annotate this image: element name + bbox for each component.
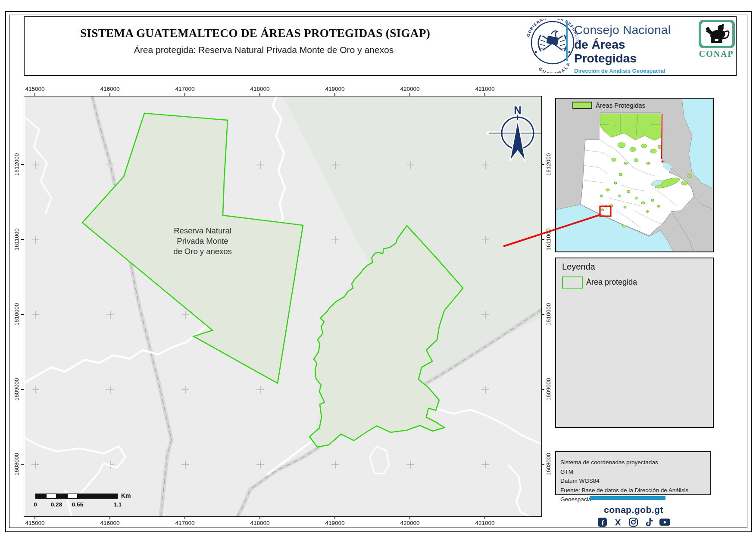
x-axis-tick (409, 93, 410, 96)
tiktok-icon[interactable] (644, 517, 654, 528)
facebook-icon[interactable]: f (597, 517, 608, 528)
x-axis-label-bottom: 417000 (175, 520, 194, 526)
x-axis-label-bottom: 419000 (325, 520, 344, 526)
y-axis-label-right: 1609000 (545, 378, 552, 401)
y-axis-tick (541, 239, 544, 240)
y-axis-tick (541, 464, 544, 465)
svg-text:f: f (601, 519, 604, 527)
conap-logo-text: CONAP (696, 49, 737, 59)
y-axis-label-left: 1608000 (13, 453, 20, 476)
info-line-3: Datum WGS84 (560, 476, 710, 486)
footer-accent-bar (590, 496, 665, 500)
y-axis-tick (541, 389, 544, 390)
info-line-1: Sistema de coordenadas proyectadas (560, 458, 710, 467)
y-axis-tick (21, 164, 24, 165)
y-axis-label-left: 1610000 (13, 303, 20, 326)
x-axis-tick (409, 516, 410, 519)
scale-label-055: 0.55 (72, 501, 83, 508)
y-axis-label-right: 1611000 (545, 228, 552, 251)
x-axis-label-top: 419000 (325, 86, 344, 92)
info-line-2: GTM (560, 467, 710, 477)
info-line-4: Fuente: Base de datos de la Dirección de… (560, 486, 710, 504)
coordinate-system-info: Sistema de coordenadas proyectadas GTM D… (555, 451, 711, 495)
y-axis-tick (541, 314, 544, 315)
x-axis-tick (484, 93, 485, 96)
y-axis-label-left: 1609000 (13, 378, 20, 401)
header: SISTEMA GUATEMALTECO DE ÁREAS PROTEGIDAS… (24, 16, 737, 76)
x-icon[interactable]: X (612, 517, 623, 528)
x-axis-label-bottom: 415000 (25, 520, 44, 526)
x-axis-tick (109, 93, 110, 96)
x-axis-tick (334, 93, 335, 96)
instagram-icon[interactable] (628, 517, 639, 528)
scale-bar (35, 494, 118, 499)
council-direction-line: Dirección de Análisis Geoespacial (574, 68, 686, 74)
belize-border-line (662, 114, 662, 159)
y-axis-tick (21, 389, 24, 390)
x-axis-tick (184, 93, 185, 96)
svg-text:GUATEMALA: GUATEMALA (537, 61, 571, 73)
logo-divider (566, 22, 568, 61)
inset-locator-map: Áreas Protegidas (555, 98, 714, 252)
council-name-line2: de Áreas Protegidas (574, 38, 686, 65)
inset-legend-swatch (573, 102, 592, 109)
y-axis-tick (541, 164, 544, 165)
x-axis-label-top: 418000 (250, 86, 269, 92)
x-axis-tick (334, 516, 335, 519)
x-axis-tick (34, 516, 35, 519)
x-axis-label-top: 415000 (25, 86, 44, 92)
y-axis-tick (21, 314, 24, 315)
svg-text:X: X (615, 517, 621, 527)
y-axis-label-left: 1612000 (13, 153, 20, 176)
council-name-line1: Consejo Nacional (574, 23, 686, 37)
conap-logo (698, 19, 735, 50)
y-axis-label-right: 1608000 (545, 453, 552, 476)
x-axis-tick (109, 516, 110, 519)
y-axis-tick (21, 239, 24, 240)
youtube-icon[interactable] (659, 517, 671, 528)
y-axis-label-right: 1610000 (545, 303, 552, 326)
x-axis-label-top: 416000 (100, 86, 119, 92)
x-axis-tick (259, 516, 260, 519)
social-icons-row: f X (555, 517, 712, 528)
y-axis-tick (21, 464, 24, 465)
x-axis-label-top: 420000 (400, 86, 419, 92)
scale-label-0: 0 (34, 501, 37, 508)
main-map-canvas: N (24, 96, 541, 516)
protected-area-legend-label: Área protegida (586, 278, 637, 287)
x-axis-label-top: 417000 (175, 86, 194, 92)
x-axis-tick (484, 516, 485, 519)
x-axis-label-bottom: 420000 (400, 520, 419, 526)
page-title: SISTEMA GUATEMALTECO DE ÁREAS PROTEGIDAS… (31, 27, 479, 40)
scale-label-11: 1.1 (114, 501, 122, 508)
compass-north-label: N (514, 104, 521, 116)
scale-label-028: 0.28 (51, 501, 62, 508)
protected-area-map-label: Reserva Natural Privada Monte de Oro y a… (155, 226, 250, 257)
x-axis-tick (34, 93, 35, 96)
legend-title: Leyenda (562, 262, 595, 272)
y-axis-label-right: 1612000 (545, 153, 552, 176)
legend-panel: Leyenda Área protegida (555, 258, 714, 428)
x-axis-tick (259, 93, 260, 96)
main-map: N (24, 96, 542, 517)
protected-area-legend-swatch (562, 276, 583, 289)
x-axis-label-bottom: 418000 (250, 520, 269, 526)
x-axis-tick (184, 516, 185, 519)
website-link[interactable]: conap.gob.gt (555, 505, 712, 515)
map-sheet: SISTEMA GUATEMALTECO DE ÁREAS PROTEGIDAS… (0, 0, 756, 534)
x-axis-label-top: 421000 (475, 86, 494, 92)
x-axis-label-bottom: 416000 (100, 520, 119, 526)
x-axis-label-bottom: 421000 (475, 520, 494, 526)
y-axis-label-left: 1611000 (13, 228, 20, 251)
page-subtitle: Área protegida: Reserva Natural Privada … (40, 45, 488, 55)
scale-unit-label: Km (121, 492, 131, 499)
inset-legend-label: Áreas Protegidas (596, 102, 645, 109)
